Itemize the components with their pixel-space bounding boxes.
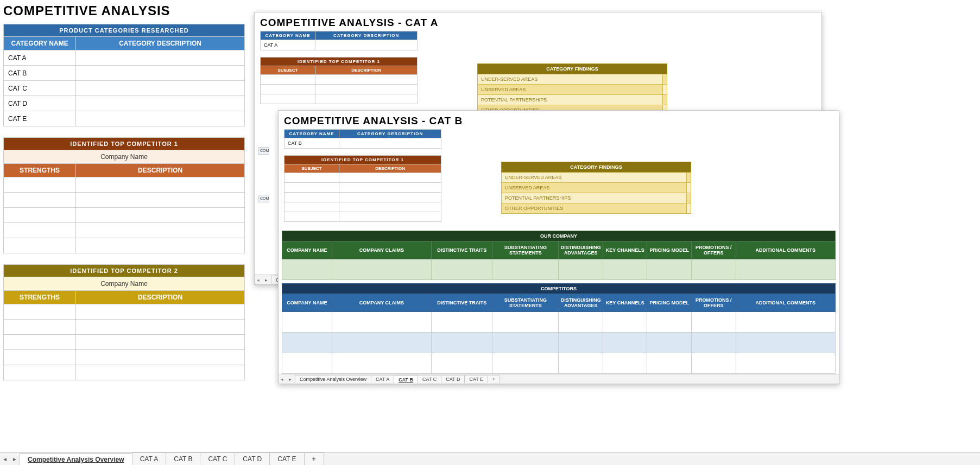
- tab-cat-b[interactable]: CAT B: [394, 375, 418, 384]
- window-cat-b: COMPETITIVE ANALYSIS - CAT B CATEGORY NA…: [278, 110, 839, 384]
- scroll-left-icon[interactable]: ◂: [255, 277, 261, 283]
- overview-sheet: COMPETITIVE ANALYSIS PRODUCT CATEGORIES …: [3, 0, 245, 391]
- cat-b-findings-table: CATEGORY FINDINGS UNDER-SERVED AREAS UNS…: [501, 162, 691, 214]
- col-substantiating: SUBSTANTIATING STATEMENTS: [492, 294, 559, 312]
- desc-cell[interactable]: [76, 66, 245, 81]
- col-promotions: PROMOTIONS / OFFERS: [692, 294, 736, 312]
- table-row[interactable]: CAT D: [4, 96, 245, 111]
- competitors-header: COMPETITORS: [282, 284, 836, 294]
- tab-cat-a[interactable]: CAT A: [132, 453, 167, 465]
- our-company-table: OUR COMPANY COMPANY NAME COMPANY CLAIMS …: [282, 231, 836, 280]
- category-cell: CAT E: [4, 111, 76, 126]
- cat-b-category-table: CATEGORY NAME CATEGORY DESCRIPTION CAT B: [284, 129, 441, 149]
- table-row[interactable]: [4, 177, 245, 193]
- our-company-header: OUR COMPANY: [282, 231, 836, 241]
- col-key-channels: KEY CHANNELS: [603, 294, 647, 312]
- table-row[interactable]: CAT C: [4, 81, 245, 96]
- col-distinctive: DISTINCTIVE TRAITS: [432, 294, 492, 312]
- desc-cell[interactable]: [76, 81, 245, 96]
- col-company-claims: COMPANY CLAIMS: [332, 294, 431, 312]
- cat-b-competitor-table: IDENTIFIED TOP COMPETITOR 1 SUBJECT DESC…: [284, 155, 441, 222]
- col-subject: SUBJECT: [284, 164, 339, 173]
- col-advantages: DISTINGUISHING ADVANTAGES: [559, 241, 603, 259]
- peek-cell: COMP: [258, 195, 269, 202]
- table-row[interactable]: CAT E: [4, 111, 245, 126]
- category-cell: CAT B: [4, 66, 76, 81]
- competitor-header: IDENTIFIED TOP COMPETITOR 1: [261, 58, 418, 66]
- desc-cell[interactable]: [76, 50, 245, 66]
- nav-prev-icon[interactable]: ◂: [0, 455, 10, 463]
- col-category-name: CATEGORY NAME: [284, 130, 339, 138]
- table-row[interactable]: [282, 312, 836, 333]
- tab-overview[interactable]: Competitive Analysis Overview: [20, 453, 132, 465]
- cat-a-competitor-table: IDENTIFIED TOP COMPETITOR 1 SUBJECT DESC…: [260, 57, 418, 104]
- table-row[interactable]: [4, 208, 245, 223]
- category-cell: CAT C: [4, 81, 76, 96]
- competitor1-company[interactable]: Company Name: [4, 150, 245, 164]
- table-row[interactable]: [282, 333, 836, 353]
- tab-cat-d[interactable]: CAT D: [441, 375, 465, 383]
- window-title: COMPETITIVE ANALYSIS - CAT A: [255, 12, 821, 31]
- tab-cat-c[interactable]: CAT C: [200, 453, 235, 465]
- competitor1-header: IDENTIFIED TOP COMPETITOR 1: [4, 138, 245, 150]
- col-category-desc: CATEGORY DESCRIPTION: [315, 31, 418, 40]
- nav-arrow-icon[interactable]: ▸: [285, 377, 295, 382]
- table-row[interactable]: [4, 304, 245, 320]
- findings-row-label: UNDER-SERVED AREAS: [502, 173, 687, 183]
- category-cell: CAT D: [4, 96, 76, 111]
- tab-cat-a[interactable]: CAT A: [371, 375, 394, 383]
- table-row[interactable]: CAT B: [4, 66, 245, 81]
- desc-cell[interactable]: [76, 111, 245, 126]
- desc-cell[interactable]: [76, 96, 245, 111]
- nav-next-icon[interactable]: ▸: [10, 455, 20, 463]
- col-comments: ADDITIONAL COMMENTS: [736, 294, 835, 312]
- col-advantages: DISTINGUISHING ADVANTAGES: [559, 294, 603, 312]
- tab-cat-b[interactable]: CAT B: [166, 453, 200, 465]
- col-pricing-model: PRICING MODEL: [647, 294, 692, 312]
- nav-arrow-icon[interactable]: ▸: [261, 277, 271, 283]
- table-row[interactable]: [4, 335, 245, 350]
- col-distinctive: DISTINCTIVE TRAITS: [432, 241, 492, 259]
- tab-cat-d[interactable]: CAT D: [235, 453, 270, 465]
- col-category-desc: CATEGORY DESCRIPTION: [339, 130, 441, 138]
- window-b-tabs: ◂ ▸ Competitive Analysis Overview CAT A …: [279, 374, 839, 384]
- categories-header: PRODUCT CATEGORIES RESEARCHED: [4, 24, 245, 37]
- category-cell: CAT A: [4, 50, 76, 66]
- col-category-name: CATEGORY NAME: [4, 37, 76, 50]
- col-category-name: CATEGORY NAME: [261, 31, 315, 40]
- col-subject: SUBJECT: [261, 66, 315, 75]
- col-company-name: COMPANY NAME: [282, 294, 332, 312]
- tab-add[interactable]: +: [488, 375, 500, 383]
- findings-row-label: UNDER-SERVED AREAS: [478, 74, 663, 85]
- tab-cat-e[interactable]: CAT E: [464, 375, 488, 383]
- table-row[interactable]: [282, 353, 836, 374]
- col-description: DESCRIPTION: [339, 164, 441, 173]
- table-row[interactable]: [4, 238, 245, 253]
- col-key-channels: KEY CHANNELS: [603, 241, 647, 259]
- findings-row-label: UNSERVED AREAS: [502, 183, 687, 193]
- findings-header: CATEGORY FINDINGS: [478, 64, 667, 74]
- col-company-claims: COMPANY CLAIMS: [332, 241, 431, 259]
- competitor-header: IDENTIFIED TOP COMPETITOR 1: [284, 156, 441, 164]
- tab-overview[interactable]: Competitive Analysis Overview: [295, 375, 371, 383]
- table-row[interactable]: [4, 193, 245, 208]
- category-value: CAT B: [284, 138, 339, 149]
- col-description: DESCRIPTION: [76, 164, 245, 177]
- tab-add[interactable]: +: [304, 453, 324, 465]
- findings-row-label: POTENTIAL PARTNERSHIPS: [502, 193, 687, 203]
- col-description: DESCRIPTION: [315, 66, 418, 75]
- table-row[interactable]: [4, 320, 245, 335]
- table-row[interactable]: CAT A: [4, 50, 245, 66]
- col-category-desc: CATEGORY DESCRIPTION: [76, 37, 245, 50]
- findings-row-label: POTENTIAL PARTNERSHIPS: [478, 95, 663, 105]
- competitor2-company[interactable]: Company Name: [4, 277, 245, 291]
- table-row[interactable]: [4, 365, 245, 380]
- scroll-left-icon[interactable]: ◂: [279, 377, 285, 382]
- table-row[interactable]: [282, 259, 836, 280]
- table-row[interactable]: [4, 350, 245, 365]
- tab-cat-e[interactable]: CAT E: [269, 453, 304, 465]
- table-row[interactable]: [4, 223, 245, 238]
- peek-cell: COMP: [258, 147, 269, 155]
- window-title: COMPETITIVE ANALYSIS - CAT B: [279, 111, 839, 129]
- tab-cat-c[interactable]: CAT C: [418, 375, 441, 383]
